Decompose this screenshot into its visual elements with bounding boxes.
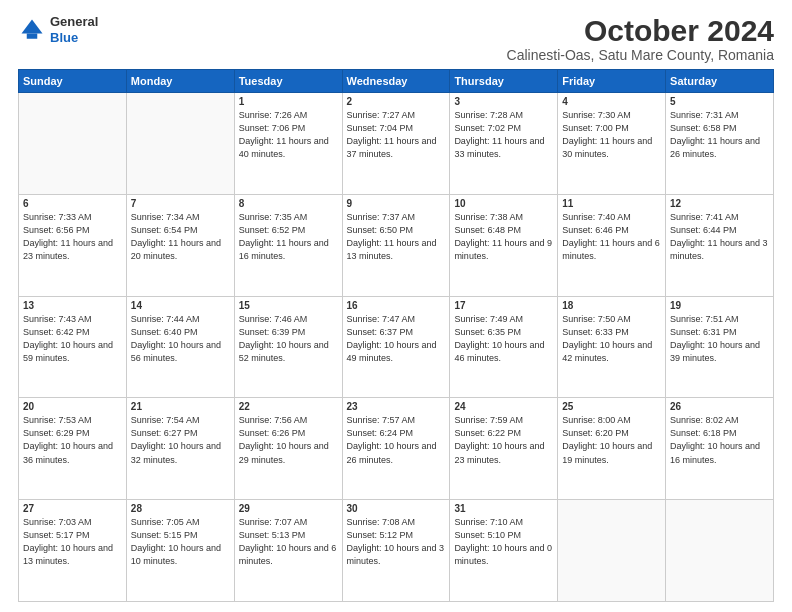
calendar-cell: 9Sunrise: 7:37 AMSunset: 6:50 PMDaylight… bbox=[342, 194, 450, 296]
day-number: 11 bbox=[562, 198, 661, 209]
day-number: 19 bbox=[670, 300, 769, 311]
cell-details: Sunrise: 7:05 AMSunset: 5:15 PMDaylight:… bbox=[131, 516, 230, 568]
logo: General Blue bbox=[18, 14, 98, 45]
day-number: 2 bbox=[347, 96, 446, 107]
cell-details: Sunrise: 7:26 AMSunset: 7:06 PMDaylight:… bbox=[239, 109, 338, 161]
day-number: 1 bbox=[239, 96, 338, 107]
day-number: 28 bbox=[131, 503, 230, 514]
day-number: 18 bbox=[562, 300, 661, 311]
day-number: 24 bbox=[454, 401, 553, 412]
day-number: 7 bbox=[131, 198, 230, 209]
logo-blue: Blue bbox=[50, 30, 78, 45]
cell-details: Sunrise: 7:41 AMSunset: 6:44 PMDaylight:… bbox=[670, 211, 769, 263]
calendar-cell: 13Sunrise: 7:43 AMSunset: 6:42 PMDayligh… bbox=[19, 296, 127, 398]
calendar-cell: 22Sunrise: 7:56 AMSunset: 6:26 PMDayligh… bbox=[234, 398, 342, 500]
calendar-cell: 28Sunrise: 7:05 AMSunset: 5:15 PMDayligh… bbox=[126, 500, 234, 602]
calendar-cell: 25Sunrise: 8:00 AMSunset: 6:20 PMDayligh… bbox=[558, 398, 666, 500]
calendar-cell: 4Sunrise: 7:30 AMSunset: 7:00 PMDaylight… bbox=[558, 93, 666, 195]
calendar-cell bbox=[19, 93, 127, 195]
cell-details: Sunrise: 7:47 AMSunset: 6:37 PMDaylight:… bbox=[347, 313, 446, 365]
calendar-week-4: 20Sunrise: 7:53 AMSunset: 6:29 PMDayligh… bbox=[19, 398, 774, 500]
day-number: 6 bbox=[23, 198, 122, 209]
main-title: October 2024 bbox=[507, 14, 774, 47]
calendar-cell: 19Sunrise: 7:51 AMSunset: 6:31 PMDayligh… bbox=[666, 296, 774, 398]
cell-details: Sunrise: 7:49 AMSunset: 6:35 PMDaylight:… bbox=[454, 313, 553, 365]
day-number: 9 bbox=[347, 198, 446, 209]
calendar-header-tuesday: Tuesday bbox=[234, 70, 342, 93]
cell-details: Sunrise: 7:44 AMSunset: 6:40 PMDaylight:… bbox=[131, 313, 230, 365]
calendar-cell: 26Sunrise: 8:02 AMSunset: 6:18 PMDayligh… bbox=[666, 398, 774, 500]
calendar-cell: 29Sunrise: 7:07 AMSunset: 5:13 PMDayligh… bbox=[234, 500, 342, 602]
calendar-cell: 6Sunrise: 7:33 AMSunset: 6:56 PMDaylight… bbox=[19, 194, 127, 296]
day-number: 16 bbox=[347, 300, 446, 311]
page: General Blue October 2024 Calinesti-Oas,… bbox=[0, 0, 792, 612]
day-number: 22 bbox=[239, 401, 338, 412]
calendar-cell: 23Sunrise: 7:57 AMSunset: 6:24 PMDayligh… bbox=[342, 398, 450, 500]
calendar-header-saturday: Saturday bbox=[666, 70, 774, 93]
calendar-cell: 15Sunrise: 7:46 AMSunset: 6:39 PMDayligh… bbox=[234, 296, 342, 398]
day-number: 23 bbox=[347, 401, 446, 412]
day-number: 21 bbox=[131, 401, 230, 412]
calendar-cell: 10Sunrise: 7:38 AMSunset: 6:48 PMDayligh… bbox=[450, 194, 558, 296]
calendar-header-friday: Friday bbox=[558, 70, 666, 93]
calendar-cell: 11Sunrise: 7:40 AMSunset: 6:46 PMDayligh… bbox=[558, 194, 666, 296]
calendar-header-sunday: Sunday bbox=[19, 70, 127, 93]
cell-details: Sunrise: 7:38 AMSunset: 6:48 PMDaylight:… bbox=[454, 211, 553, 263]
cell-details: Sunrise: 7:27 AMSunset: 7:04 PMDaylight:… bbox=[347, 109, 446, 161]
day-number: 27 bbox=[23, 503, 122, 514]
day-number: 25 bbox=[562, 401, 661, 412]
cell-details: Sunrise: 8:02 AMSunset: 6:18 PMDaylight:… bbox=[670, 414, 769, 466]
day-number: 5 bbox=[670, 96, 769, 107]
calendar-cell: 3Sunrise: 7:28 AMSunset: 7:02 PMDaylight… bbox=[450, 93, 558, 195]
day-number: 20 bbox=[23, 401, 122, 412]
cell-details: Sunrise: 7:33 AMSunset: 6:56 PMDaylight:… bbox=[23, 211, 122, 263]
day-number: 31 bbox=[454, 503, 553, 514]
cell-details: Sunrise: 7:40 AMSunset: 6:46 PMDaylight:… bbox=[562, 211, 661, 263]
calendar-cell: 8Sunrise: 7:35 AMSunset: 6:52 PMDaylight… bbox=[234, 194, 342, 296]
cell-details: Sunrise: 7:59 AMSunset: 6:22 PMDaylight:… bbox=[454, 414, 553, 466]
cell-details: Sunrise: 7:07 AMSunset: 5:13 PMDaylight:… bbox=[239, 516, 338, 568]
svg-marker-0 bbox=[22, 19, 43, 33]
cell-details: Sunrise: 7:54 AMSunset: 6:27 PMDaylight:… bbox=[131, 414, 230, 466]
svg-rect-1 bbox=[27, 33, 38, 38]
calendar-cell: 7Sunrise: 7:34 AMSunset: 6:54 PMDaylight… bbox=[126, 194, 234, 296]
logo-general: General bbox=[50, 14, 98, 29]
cell-details: Sunrise: 7:43 AMSunset: 6:42 PMDaylight:… bbox=[23, 313, 122, 365]
calendar-cell: 1Sunrise: 7:26 AMSunset: 7:06 PMDaylight… bbox=[234, 93, 342, 195]
day-number: 3 bbox=[454, 96, 553, 107]
cell-details: Sunrise: 7:03 AMSunset: 5:17 PMDaylight:… bbox=[23, 516, 122, 568]
day-number: 8 bbox=[239, 198, 338, 209]
calendar-cell bbox=[666, 500, 774, 602]
calendar-cell: 21Sunrise: 7:54 AMSunset: 6:27 PMDayligh… bbox=[126, 398, 234, 500]
calendar-week-5: 27Sunrise: 7:03 AMSunset: 5:17 PMDayligh… bbox=[19, 500, 774, 602]
cell-details: Sunrise: 7:30 AMSunset: 7:00 PMDaylight:… bbox=[562, 109, 661, 161]
calendar-week-2: 6Sunrise: 7:33 AMSunset: 6:56 PMDaylight… bbox=[19, 194, 774, 296]
calendar-cell: 27Sunrise: 7:03 AMSunset: 5:17 PMDayligh… bbox=[19, 500, 127, 602]
calendar-cell: 24Sunrise: 7:59 AMSunset: 6:22 PMDayligh… bbox=[450, 398, 558, 500]
calendar-header-monday: Monday bbox=[126, 70, 234, 93]
day-number: 17 bbox=[454, 300, 553, 311]
logo-icon bbox=[18, 16, 46, 44]
calendar-week-1: 1Sunrise: 7:26 AMSunset: 7:06 PMDaylight… bbox=[19, 93, 774, 195]
day-number: 15 bbox=[239, 300, 338, 311]
calendar-week-3: 13Sunrise: 7:43 AMSunset: 6:42 PMDayligh… bbox=[19, 296, 774, 398]
calendar-cell: 31Sunrise: 7:10 AMSunset: 5:10 PMDayligh… bbox=[450, 500, 558, 602]
cell-details: Sunrise: 7:37 AMSunset: 6:50 PMDaylight:… bbox=[347, 211, 446, 263]
calendar-header-row: SundayMondayTuesdayWednesdayThursdayFrid… bbox=[19, 70, 774, 93]
cell-details: Sunrise: 7:34 AMSunset: 6:54 PMDaylight:… bbox=[131, 211, 230, 263]
day-number: 10 bbox=[454, 198, 553, 209]
title-block: October 2024 Calinesti-Oas, Satu Mare Co… bbox=[507, 14, 774, 63]
cell-details: Sunrise: 7:28 AMSunset: 7:02 PMDaylight:… bbox=[454, 109, 553, 161]
day-number: 13 bbox=[23, 300, 122, 311]
cell-details: Sunrise: 7:35 AMSunset: 6:52 PMDaylight:… bbox=[239, 211, 338, 263]
calendar-cell: 14Sunrise: 7:44 AMSunset: 6:40 PMDayligh… bbox=[126, 296, 234, 398]
cell-details: Sunrise: 7:10 AMSunset: 5:10 PMDaylight:… bbox=[454, 516, 553, 568]
calendar-cell: 18Sunrise: 7:50 AMSunset: 6:33 PMDayligh… bbox=[558, 296, 666, 398]
calendar-cell bbox=[126, 93, 234, 195]
cell-details: Sunrise: 7:53 AMSunset: 6:29 PMDaylight:… bbox=[23, 414, 122, 466]
subtitle: Calinesti-Oas, Satu Mare County, Romania bbox=[507, 47, 774, 63]
calendar-cell: 12Sunrise: 7:41 AMSunset: 6:44 PMDayligh… bbox=[666, 194, 774, 296]
day-number: 26 bbox=[670, 401, 769, 412]
header: General Blue October 2024 Calinesti-Oas,… bbox=[18, 14, 774, 63]
day-number: 4 bbox=[562, 96, 661, 107]
